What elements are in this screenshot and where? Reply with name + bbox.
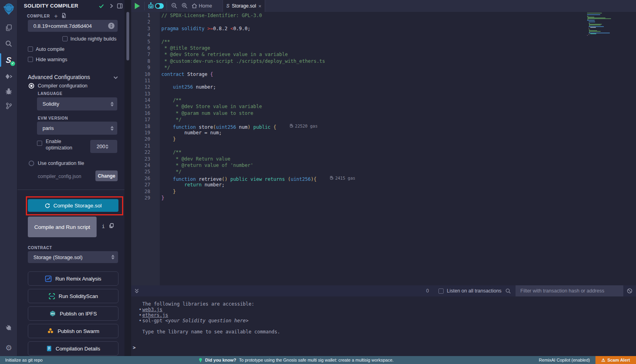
sidebar-item-git[interactable] xyxy=(0,99,17,112)
scam-alert-button[interactable]: ⚠ Scam Alert xyxy=(595,356,636,364)
compiler-configuration-radio[interactable] xyxy=(29,83,34,89)
compiler-section-label: COMPILER xyxy=(27,14,50,18)
editor-minimap[interactable] xyxy=(587,13,624,36)
compiler-version-select[interactable]: 0.8.19+commit.7dd6d404 xyxy=(28,20,118,32)
home-tab-label[interactable]: Home xyxy=(199,0,212,12)
double-chevron-down-icon[interactable] xyxy=(134,288,140,294)
web3-link[interactable]: web3.js xyxy=(142,307,163,312)
code-line: */ xyxy=(161,168,636,175)
deploy-run-icon xyxy=(4,73,13,81)
sidebar-item-search[interactable] xyxy=(0,37,17,50)
run-solidityscan-button[interactable]: Run SolidityScan xyxy=(28,289,118,303)
home-icon[interactable] xyxy=(191,3,198,9)
gas-estimate: 2415 gas xyxy=(330,175,355,181)
sidebar-item-debugger[interactable] xyxy=(0,85,17,98)
copilot-status[interactable]: RemixAI Copilot (enabled) xyxy=(539,356,590,364)
listen-all-transactions-checkbox[interactable] xyxy=(438,288,444,294)
compilation-details-label: Compilation Details xyxy=(56,346,100,352)
compile-and-run-button[interactable]: Compile and Run script xyxy=(28,217,97,237)
code-line: function retrieve() public view returns … xyxy=(161,175,636,182)
editor-toolbar: Home S Storage.sol × xyxy=(131,0,636,12)
play-icon[interactable] xyxy=(135,3,140,9)
code-line: contract Storage { xyxy=(161,71,636,77)
code-line xyxy=(161,32,636,38)
code-line: pragma solidity >=0.8.2 <0.9.0; xyxy=(161,25,636,32)
code-line: * @title Storage xyxy=(161,45,636,51)
sidebar-item-settings[interactable]: ⚙ xyxy=(0,341,17,354)
plus-icon[interactable]: ＋ xyxy=(53,12,59,20)
code-line: * @dev Store value in variable xyxy=(161,103,636,110)
code-line xyxy=(161,143,636,149)
copy-icon[interactable] xyxy=(109,223,114,228)
sidebar-item-plugin-manager[interactable] xyxy=(0,321,17,335)
terminal-line: Type the library name to see available c… xyxy=(131,329,636,335)
solidity-compiler-panel: SOLIDITY COMPILER COMPILER ＋ 0.8.19+comm… xyxy=(17,0,131,356)
sol-gpt-hint: <your Solidity question here> xyxy=(165,318,249,323)
terminal-prompt[interactable]: > xyxy=(133,345,636,350)
tab-label: Storage.sol xyxy=(232,3,256,9)
refresh-icon xyxy=(45,203,50,208)
lightbulb-icon xyxy=(199,358,202,363)
run-solidityscan-label: Run SolidityScan xyxy=(59,293,98,299)
run-remix-analysis-button[interactable]: Run Remix Analysis xyxy=(28,271,118,286)
toggle-on-icon[interactable] xyxy=(155,3,164,9)
gas-estimate: 22520 gas xyxy=(290,123,318,129)
robot-icon[interactable] xyxy=(147,2,155,10)
remix-logo[interactable] xyxy=(0,2,17,16)
bullet: • xyxy=(139,318,142,323)
code-line: } xyxy=(161,188,636,195)
compilation-details-button[interactable]: Compilation Details xyxy=(28,341,118,356)
code-line: } xyxy=(161,136,636,142)
auto-compile-checkbox[interactable] xyxy=(28,46,33,52)
change-config-button[interactable]: Change xyxy=(95,170,118,181)
hide-warnings-checkbox[interactable] xyxy=(28,57,33,62)
status-bar: Initialize as git repo Did you know? To … xyxy=(0,356,636,364)
zoom-in-icon[interactable] xyxy=(181,2,188,9)
contract-select[interactable]: Storage (Storage.sol) xyxy=(28,251,118,263)
sidebar-item-deploy-run[interactable] xyxy=(0,70,17,83)
compile-button[interactable]: Compile Storage.sol xyxy=(28,199,118,212)
init-git-repo-button[interactable]: Initialize as git repo xyxy=(5,356,43,364)
sidebar-item-solidity-compiler[interactable]: S ✓ xyxy=(0,53,17,67)
language-select[interactable]: Solidity xyxy=(37,97,117,110)
code-line xyxy=(161,91,636,97)
main-area: Home S Storage.sol × 1234567891011121314… xyxy=(131,0,636,356)
chevron-right-icon[interactable] xyxy=(109,3,114,9)
editor-gutter: 1234567891011121314151617181920212223242… xyxy=(131,12,160,285)
tab-storage-sol[interactable]: S Storage.sol × xyxy=(223,0,265,12)
code-editor[interactable]: 1234567891011121314151617181920212223242… xyxy=(131,12,636,285)
publish-on-swarm-button[interactable]: Publish on Swarm xyxy=(28,324,118,338)
terminal-output[interactable]: The following libraries are accessible: … xyxy=(131,296,636,356)
terminal-header: 0 Listen on all transactions xyxy=(131,285,636,296)
use-configuration-file-radio[interactable] xyxy=(29,161,34,166)
check-icon xyxy=(99,3,104,9)
swarm-icon xyxy=(47,327,54,335)
publish-on-ipfs-button[interactable]: IPFS Publish on IPFS xyxy=(28,306,118,321)
circle-slash-icon[interactable] xyxy=(627,288,632,294)
zoom-out-icon[interactable] xyxy=(171,2,178,9)
optimization-runs-input[interactable]: 200 xyxy=(90,140,117,153)
config-file-name[interactable]: compiler_config.json xyxy=(38,174,81,179)
code-area[interactable]: // SPDX-License-Identifier: GPL-3.0pragm… xyxy=(160,12,636,285)
hide-warnings-label: Hide warnings xyxy=(36,57,67,62)
enable-optimization-checkbox[interactable] xyxy=(37,141,42,146)
debugger-icon xyxy=(5,87,13,95)
code-line xyxy=(161,77,636,84)
panel-scrollbar-thumb[interactable] xyxy=(126,12,129,60)
info-icon[interactable]: i xyxy=(102,223,105,229)
chevron-down-icon[interactable] xyxy=(113,75,118,80)
select-arrows-icon xyxy=(111,255,114,259)
pin-panel-icon[interactable] xyxy=(117,3,123,9)
evm-version-select[interactable]: paris xyxy=(37,122,117,135)
transaction-filter-input[interactable] xyxy=(516,285,623,296)
close-icon[interactable]: × xyxy=(258,3,262,9)
advanced-configurations-title[interactable]: Advanced Configurations xyxy=(28,74,90,80)
ethers-link[interactable]: ethers.js xyxy=(142,312,168,318)
search-icon xyxy=(505,288,511,294)
include-nightly-checkbox[interactable] xyxy=(62,36,68,41)
sidebar-item-file-explorer[interactable] xyxy=(0,21,17,35)
terminal-line: •sol-gpt <your Solidity question here> xyxy=(131,318,636,323)
code-line: uint256 number; xyxy=(161,84,636,90)
scam-alert-label: Scam Alert xyxy=(607,358,630,362)
add-file-icon[interactable] xyxy=(61,13,67,18)
